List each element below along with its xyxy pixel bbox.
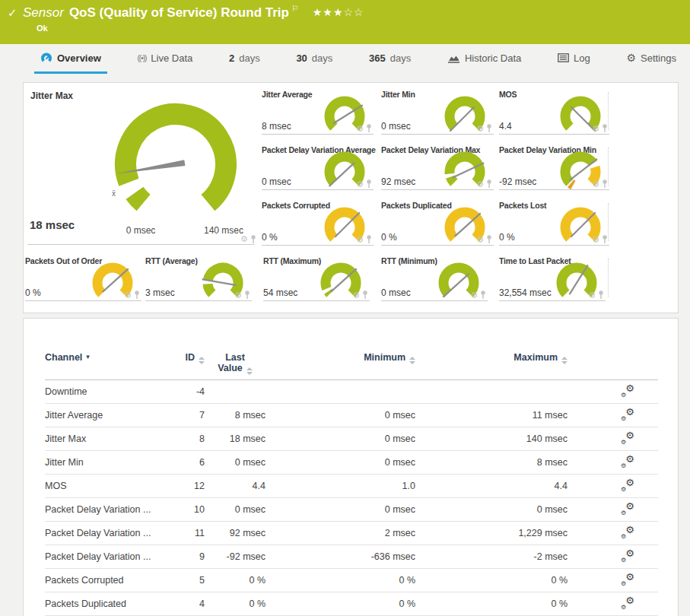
gauge-value: 4.4	[499, 121, 512, 132]
channel-row[interactable]: Jitter Max818 msec0 msec140 msec⚙⚙	[45, 427, 658, 451]
pin-icon[interactable]	[486, 179, 492, 188]
gauge-value: 0 msec	[262, 176, 291, 187]
channel-settings-gears-icon[interactable]: ⚙⚙	[621, 573, 634, 586]
dotted-separator	[608, 92, 609, 130]
channel-row[interactable]: Packet Delay Variation ...1192 msec2 mse…	[45, 522, 658, 545]
channel-settings-gears-icon[interactable]: ⚙⚙	[621, 385, 634, 397]
column-header-last-value[interactable]: LastValue	[205, 319, 266, 380]
pin-icon[interactable]	[244, 291, 250, 299]
dotted-separator	[608, 148, 609, 186]
gear-icon[interactable]: ⚙	[470, 291, 478, 299]
tab-2-days[interactable]: 2days	[223, 44, 266, 74]
star-icon[interactable]: ★	[323, 6, 333, 18]
pin-icon[interactable]	[602, 235, 608, 243]
gauge-dial	[110, 99, 241, 230]
tab-overview[interactable]: Overview	[34, 44, 107, 74]
gear-icon[interactable]: ⚙	[352, 291, 360, 299]
tab-30-days[interactable]: 30days	[290, 44, 339, 74]
last-value-cell: 0 %	[205, 569, 266, 592]
star-icon[interactable]: ☆	[343, 6, 354, 18]
flag-icon[interactable]: ⚐	[291, 4, 299, 13]
id-cell: -4	[170, 380, 205, 404]
gear-icon[interactable]: ⚙	[356, 236, 364, 243]
gauge-cell: Packets Out of Order0 %⚙	[25, 256, 141, 301]
tab-log[interactable]: Log	[552, 44, 596, 74]
star-icon[interactable]: ★	[313, 6, 323, 18]
channel-row[interactable]: Packets Duplicated40 %0 %0 %⚙⚙	[45, 592, 658, 616]
sensor-header: ✓ SensorQoS (Quality of Service) Round T…	[0, 0, 690, 44]
pin-icon[interactable]	[602, 124, 608, 132]
pin-icon[interactable]	[486, 124, 492, 132]
tab-number: 365	[369, 52, 386, 64]
pin-icon[interactable]	[366, 235, 372, 243]
column-header-channel[interactable]: Channel▾	[45, 319, 170, 380]
gear-icon[interactable]: ⚙	[356, 180, 364, 188]
tab-historic-data[interactable]: Historic Data	[441, 44, 527, 74]
pin-icon[interactable]	[134, 291, 140, 299]
tab-settings[interactable]: ⚙Settings	[620, 44, 682, 74]
channel-settings-gears-icon[interactable]: ⚙⚙	[621, 550, 634, 562]
pin-icon[interactable]	[480, 291, 486, 299]
gear-icon[interactable]: ⚙	[476, 180, 484, 188]
channel-settings-gears-icon[interactable]: ⚙⚙	[621, 408, 634, 421]
sort-icon	[409, 357, 415, 364]
channel-settings-gears-icon[interactable]: ⚙⚙	[621, 432, 634, 444]
column-label: Channel	[45, 352, 82, 363]
channel-row[interactable]: Packet Delay Variation ...100 msec0 msec…	[45, 498, 658, 522]
gear-icon[interactable]: ⚙	[592, 125, 599, 132]
channel-actions-cell: ⚙⚙	[568, 380, 658, 404]
channel-settings-gears-icon[interactable]: ⚙⚙	[621, 526, 634, 538]
gear-icon[interactable]: ⚙	[592, 236, 599, 243]
sensor-type-label: Sensor	[23, 5, 64, 20]
channel-row[interactable]: Packet Delay Variation ...9-92 msec-636 …	[45, 545, 658, 569]
gear-icon[interactable]: ⚙	[476, 236, 484, 243]
channel-row[interactable]: Jitter Average78 msec0 msec11 msec⚙⚙	[45, 404, 658, 427]
pin-icon[interactable]	[602, 179, 608, 188]
star-icon[interactable]: ★	[333, 6, 344, 18]
gear-icon[interactable]: ⚙	[588, 291, 596, 299]
gear-icon[interactable]: ⚙	[124, 291, 132, 299]
tab-number: 30	[296, 52, 307, 64]
gauge-value: 0 %	[499, 232, 515, 243]
gauge-cell-actions: ⚙	[476, 124, 492, 132]
gear-icon[interactable]: ⚙	[240, 234, 248, 244]
tab-label: days	[239, 52, 259, 64]
minimum-cell: 0 %	[266, 592, 415, 616]
tab-live-data[interactable]: ((•))Live Data	[132, 44, 199, 74]
broadcast-icon: ((•))	[138, 54, 147, 62]
channel-settings-gears-icon[interactable]: ⚙⚙	[621, 456, 634, 468]
channel-row[interactable]: Packets Corrupted50 %0 %0 %⚙⚙	[45, 569, 658, 592]
column-header-minimum[interactable]: Minimum	[266, 319, 415, 380]
gauge-cell: Jitter Min0 msec⚙	[381, 90, 494, 135]
mean-marker: x̄	[112, 189, 116, 198]
channel-settings-gears-icon[interactable]: ⚙⚙	[621, 479, 634, 491]
column-header-actions	[568, 319, 658, 380]
gear-icon[interactable]: ⚙	[356, 125, 364, 132]
tab-365-days[interactable]: 365days	[363, 44, 417, 74]
pin-icon[interactable]	[486, 235, 492, 243]
channel-row[interactable]: Downtime-4⚙⚙	[45, 380, 658, 404]
channel-row[interactable]: Jitter Min60 msec0 msec8 msec⚙⚙	[45, 451, 658, 475]
gauge-value: -92 msec	[499, 176, 536, 187]
star-icon[interactable]: ☆	[354, 6, 364, 18]
column-header-id[interactable]: ID	[170, 319, 205, 380]
gear-icon[interactable]: ⚙	[234, 291, 242, 299]
star-rating[interactable]: ★★★☆☆	[313, 6, 364, 18]
pin-icon[interactable]	[366, 179, 372, 188]
pin-icon[interactable]	[598, 291, 604, 299]
tab-bar: Overview((•))Live Data2days30days365days…	[0, 44, 690, 74]
pin-icon[interactable]	[366, 124, 372, 132]
channel-settings-gears-icon[interactable]: ⚙⚙	[621, 597, 634, 609]
channel-row[interactable]: MOS124.41.04.4⚙⚙	[45, 475, 658, 498]
channel-name-cell: Packet Delay Variation ...	[45, 545, 170, 569]
gear-icon[interactable]: ⚙	[476, 125, 484, 132]
pin-icon[interactable]	[250, 235, 256, 243]
channel-actions-cell: ⚙⚙	[568, 545, 658, 569]
channel-actions-cell: ⚙⚙	[568, 451, 658, 475]
minimum-cell	[266, 380, 415, 404]
column-header-maximum[interactable]: Maximum	[415, 319, 568, 380]
gear-icon[interactable]: ⚙	[592, 180, 599, 188]
channel-settings-gears-icon[interactable]: ⚙⚙	[621, 503, 634, 515]
gauge-cell: Packets Lost0 %⚙	[499, 201, 609, 246]
pin-icon[interactable]	[362, 291, 368, 299]
